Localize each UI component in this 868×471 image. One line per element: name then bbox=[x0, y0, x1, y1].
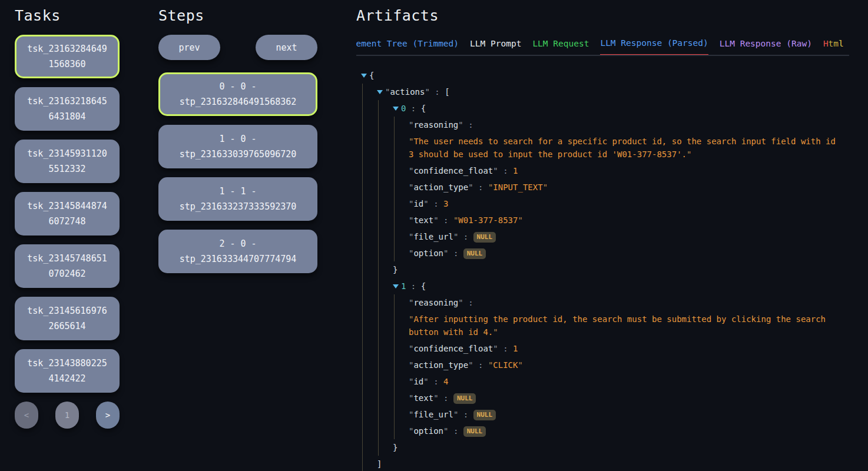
json-number-value: 1 bbox=[513, 344, 518, 353]
json-colon: : bbox=[498, 166, 513, 175]
task-button[interactable]: tsk_231458448746072748 bbox=[15, 192, 120, 236]
json-key: reasoning bbox=[413, 120, 458, 130]
json-tree-line: "reasoning" : bbox=[356, 294, 849, 311]
quote: " bbox=[423, 199, 428, 208]
json-bracket: } bbox=[393, 265, 397, 274]
quote: " bbox=[518, 360, 522, 370]
quote: " bbox=[493, 166, 498, 175]
task-button[interactable]: tsk_231459311205512332 bbox=[15, 140, 120, 183]
indent-guide bbox=[394, 373, 395, 390]
tab-label-part: LLM Prompt bbox=[470, 39, 521, 48]
collapse-toggle-icon[interactable] bbox=[393, 107, 399, 111]
indent-guide bbox=[378, 261, 379, 278]
indent-guide bbox=[378, 406, 379, 423]
steps-next-button[interactable]: next bbox=[256, 35, 317, 60]
quote: " bbox=[493, 327, 498, 337]
json-string-value: CLICK bbox=[493, 360, 518, 370]
indent-guide bbox=[394, 311, 395, 340]
json-null-badge: NULL bbox=[463, 426, 486, 437]
indent-guide bbox=[362, 100, 363, 117]
indent-guide bbox=[362, 245, 363, 261]
json-null-badge: NULL bbox=[463, 248, 486, 259]
pagination-prev-button[interactable]: < bbox=[15, 402, 38, 429]
step-button[interactable]: 0 - 0 - stp_231632846491568362 bbox=[158, 72, 317, 116]
json-key: actions bbox=[390, 87, 425, 97]
json-key: file_url bbox=[413, 232, 453, 241]
artifacts-panel: Artifacts Element Tree (Trimmed)LLM Prom… bbox=[356, 0, 868, 471]
tab-label-part: LLM Response (Parsed) bbox=[600, 38, 708, 48]
tab-llm-prompt[interactable]: LLM Prompt bbox=[470, 35, 521, 55]
collapse-toggle-icon[interactable] bbox=[377, 90, 383, 94]
indent-guide bbox=[378, 117, 379, 133]
indent-guide bbox=[378, 179, 379, 195]
json-tree-line: } bbox=[356, 439, 849, 456]
task-button[interactable]: tsk_231632846491568360 bbox=[15, 35, 120, 78]
json-tree-line: 1 : { bbox=[356, 278, 849, 294]
indent-guide bbox=[378, 133, 379, 162]
json-number-value: 4 bbox=[443, 377, 448, 386]
indent-guide bbox=[394, 133, 395, 162]
steps-prev-button[interactable]: prev bbox=[158, 35, 220, 60]
indent-guide bbox=[362, 340, 363, 357]
tasks-title: Tasks bbox=[15, 7, 120, 24]
indent-guide bbox=[378, 195, 379, 212]
json-bracket: { bbox=[421, 281, 426, 291]
quote: " bbox=[518, 215, 522, 225]
task-button[interactable]: tsk_231632186456431804 bbox=[15, 87, 120, 131]
json-key: option bbox=[413, 248, 443, 258]
quote: " bbox=[543, 183, 548, 192]
json-null-badge: NULL bbox=[453, 393, 476, 404]
json-tree-line: "action_type" : "CLICK" bbox=[356, 357, 849, 373]
artifacts-tab-bar: Element Tree (Trimmed)LLM PromptLLM Requ… bbox=[356, 35, 849, 56]
task-pagination: < 1 > bbox=[15, 402, 120, 429]
steps-panel: Steps prev next 0 - 0 - stp_231632846491… bbox=[158, 0, 317, 471]
tab-element-tree-trimmed[interactable]: Element Tree (Trimmed) bbox=[356, 35, 459, 55]
indent-guide bbox=[394, 245, 395, 261]
json-key: text bbox=[413, 393, 433, 403]
json-bracket: ] bbox=[377, 459, 382, 469]
json-tree-line: "file_url" : NULL bbox=[356, 228, 849, 245]
task-button[interactable]: tsk_231457486510702462 bbox=[15, 244, 120, 288]
pagination-next-button[interactable]: > bbox=[96, 402, 120, 429]
indent-guide bbox=[362, 406, 363, 423]
json-tree-line: "confidence_float" : 1 bbox=[356, 340, 849, 357]
json-string-value: After inputting the product id, the sear… bbox=[409, 314, 826, 337]
collapse-toggle-icon[interactable] bbox=[361, 74, 367, 78]
indent-guide bbox=[394, 406, 395, 423]
tab-llm-request[interactable]: LLM Request bbox=[532, 35, 589, 55]
json-colon: : bbox=[458, 232, 473, 241]
indent-guide bbox=[378, 423, 379, 439]
indent-guide bbox=[394, 117, 395, 133]
task-button[interactable]: tsk_231438802254142422 bbox=[15, 349, 120, 393]
indent-guide bbox=[362, 162, 363, 179]
json-tree-line: "option" : NULL bbox=[356, 423, 849, 439]
json-key: action_type bbox=[413, 360, 468, 370]
tab-llm-response-parsed[interactable]: LLM Response (Parsed) bbox=[600, 35, 708, 56]
indent-guide bbox=[362, 84, 363, 100]
step-button[interactable]: 1 - 0 - stp_231633039765096720 bbox=[158, 125, 317, 168]
indent-guide bbox=[362, 423, 363, 439]
indent-guide bbox=[362, 373, 363, 390]
pagination-page-button[interactable]: 1 bbox=[55, 402, 79, 429]
collapse-toggle-icon[interactable] bbox=[393, 284, 399, 288]
json-string-value: The user needs to search for a specific … bbox=[409, 137, 836, 159]
indent-guide bbox=[394, 195, 395, 212]
tab-llm-response-raw[interactable]: LLM Response (Raw) bbox=[720, 35, 812, 55]
json-tree-line: "confidence_float" : 1 bbox=[356, 162, 849, 179]
step-button[interactable]: 1 - 1 - stp_231633237333592370 bbox=[158, 177, 317, 221]
json-tree-line: "id" : 4 bbox=[356, 373, 849, 390]
json-colon: : bbox=[429, 377, 443, 386]
json-tree-line: "option" : NULL bbox=[356, 245, 849, 261]
quote: " bbox=[458, 298, 463, 307]
json-colon: : bbox=[429, 199, 443, 208]
indent-guide bbox=[378, 228, 379, 245]
json-colon: : bbox=[463, 120, 473, 130]
indent-guide bbox=[394, 357, 395, 373]
task-button[interactable]: tsk_231456169762665614 bbox=[15, 297, 120, 340]
steps-title: Steps bbox=[158, 7, 317, 24]
quote: " bbox=[423, 377, 428, 386]
step-button[interactable]: 2 - 0 - stp_231633344707774794 bbox=[158, 230, 317, 273]
json-colon: : bbox=[406, 104, 420, 113]
tab-html-raw[interactable]: Html (Raw) bbox=[823, 35, 849, 55]
json-tree-view: {"actions" : [0 : {"reasoning" :"The use… bbox=[356, 67, 849, 471]
